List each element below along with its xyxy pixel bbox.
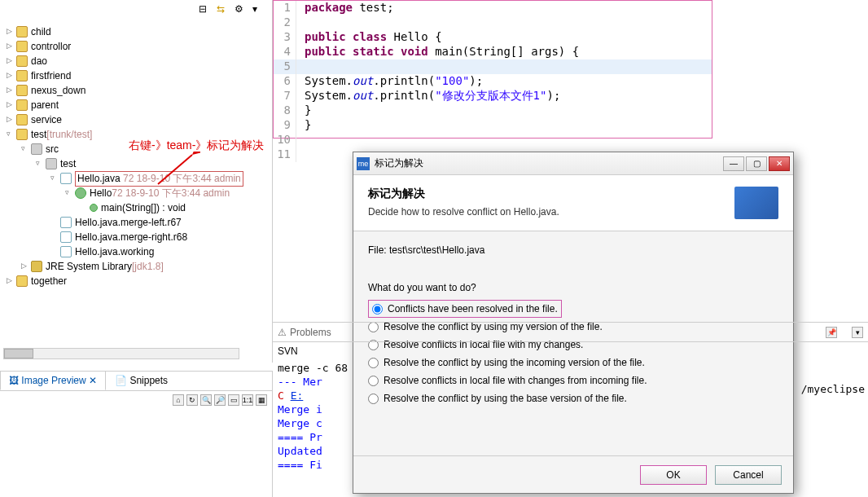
actual-size-icon[interactable]: 1:1: [242, 394, 253, 406]
nav-home-icon[interactable]: ⌂: [173, 394, 184, 406]
tree-item[interactable]: ▷service: [3, 112, 272, 127]
file-path-label: File: test\src\test\Hello.java: [368, 244, 778, 256]
console-pin-icon[interactable]: 📌: [826, 327, 837, 338]
filter-icon[interactable]: ⚙: [235, 3, 248, 16]
maximize-button[interactable]: ▢: [746, 156, 767, 171]
tree-item[interactable]: ▷nexus_down: [3, 83, 272, 98]
svg-line-0: [158, 155, 192, 184]
console-output[interactable]: merge -c 68--- MerC E:Merge iMerge c====…: [273, 360, 868, 474]
dialog-logo-icon: [734, 187, 778, 219]
tree-item[interactable]: Hello.java.merge-right.r68: [3, 230, 272, 244]
dialog-header-description: Decide how to resolve conflict on Hello.…: [368, 206, 734, 218]
image-preview-panel: 🖼 Image Preview ✕ 📄 Snippets ⌂ ↻ 🔍 🔎 ▭ 1…: [0, 371, 273, 497]
explorer-toolbar: ⊟ ⇆ ⚙ ▾: [0, 0, 272, 20]
dialog-header: 标记为解决 Decide how to resolve conflict on …: [353, 175, 793, 231]
zoom-out-icon[interactable]: 🔎: [214, 394, 226, 406]
project-explorer: ⊟ ⇆ ⚙ ▾ ▷child▷controllor▷dao▷firstfrien…: [0, 0, 273, 363]
tree-item[interactable]: Hello.java.merge-left.r67: [3, 215, 272, 230]
fit-icon[interactable]: ▭: [228, 394, 239, 406]
refresh-icon[interactable]: ↻: [186, 394, 198, 406]
tree-item[interactable]: ▷dao: [3, 54, 272, 68]
dialog-title: 标记为解决: [375, 156, 723, 170]
code-editor[interactable]: 1package test;23public class Hello {4pub…: [273, 0, 712, 139]
dialog-icon: me: [357, 157, 370, 170]
link-icon[interactable]: ⇆: [217, 3, 230, 16]
dialog-titlebar[interactable]: me 标记为解决 — ▢ ✕: [353, 152, 793, 175]
console-title: SVN: [273, 342, 868, 360]
tab-problems[interactable]: ⚠ Problems: [278, 327, 331, 338]
tab-snippets[interactable]: 📄 Snippets: [106, 371, 177, 390]
dialog-question: What do you want to do?: [368, 282, 778, 293]
tree-item[interactable]: ▷together: [3, 274, 272, 288]
tree-item[interactable]: main(String[]) : void: [3, 200, 272, 215]
console-panel: ⚠ Problems 📌 ▾ SVN merge -c 68--- MerC E…: [273, 322, 868, 497]
explorer-h-scrollbar[interactable]: [3, 348, 239, 359]
tree-item[interactable]: ▿Hello.java 72 18-9-10 下午3:44 admin: [3, 171, 272, 186]
tree-item[interactable]: Hello.java.working: [3, 244, 272, 259]
collapse-all-icon[interactable]: ⊟: [199, 3, 212, 16]
resolve-option[interactable]: Conflicts have been resolved in the file…: [368, 300, 562, 318]
tab-image-preview[interactable]: 🖼 Image Preview ✕: [0, 371, 106, 390]
zoom-in-icon[interactable]: 🔍: [200, 394, 212, 406]
console-menu-icon[interactable]: ▾: [852, 327, 863, 338]
close-button[interactable]: ✕: [769, 156, 790, 171]
grid-icon[interactable]: ▦: [256, 394, 267, 406]
tree-item[interactable]: ▿Hello 72 18-9-10 下午3:44 admin: [3, 186, 272, 200]
annotation-arrow: [151, 152, 200, 191]
tree-item[interactable]: ▷controllor: [3, 39, 272, 54]
tree-item[interactable]: ▷parent: [3, 98, 272, 112]
tree-item[interactable]: ▿test: [3, 156, 272, 171]
tree-item[interactable]: ▷firstfriend: [3, 68, 272, 83]
tree-item[interactable]: ▷child: [3, 24, 272, 39]
menu-icon[interactable]: ▾: [252, 3, 265, 16]
tree-item[interactable]: ▷JRE System Library [jdk1.8]: [3, 259, 272, 274]
minimize-button[interactable]: —: [723, 156, 744, 171]
dialog-header-title: 标记为解决: [368, 187, 734, 201]
preview-toolbar: ⌂ ↻ 🔍 🔎 ▭ 1:1 ▦: [0, 391, 272, 409]
console-tail: /myeclipse: [801, 383, 865, 395]
